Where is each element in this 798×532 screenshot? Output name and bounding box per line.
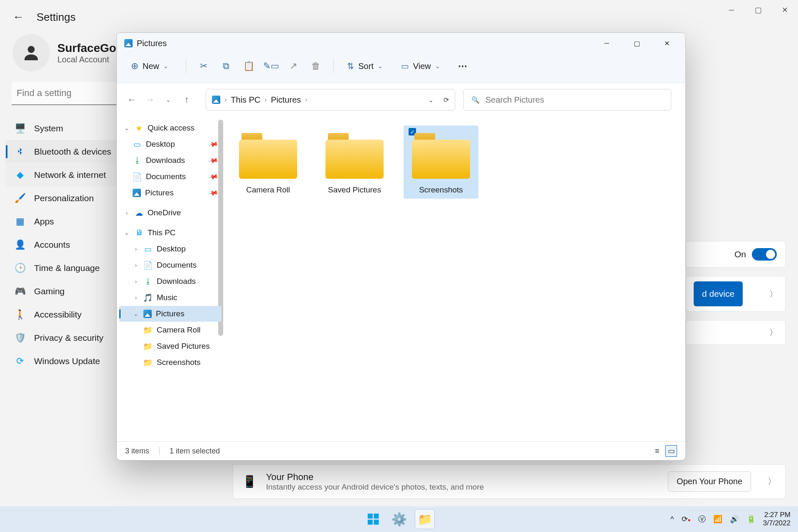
status-bar: 3 items 1 item selected ≡ ▭	[117, 441, 685, 460]
open-your-phone-button[interactable]: Open Your Phone	[668, 471, 751, 492]
scrollbar[interactable]	[218, 120, 223, 336]
right-panel: On d device 〉 〉	[686, 241, 786, 353]
explorer-window: Pictures ─ ▢ ✕ ⊕ New ⌄ ✂ ⧉ 📋 ✎▭ ↗ 🗑 ⇅ So…	[116, 32, 686, 461]
more-icon[interactable]: ⋯	[453, 57, 472, 75]
share-icon[interactable]: ↗	[284, 57, 303, 75]
pictures-icon	[124, 39, 133, 47]
rename-icon[interactable]: ✎▭	[262, 57, 280, 75]
nav-tree: ⌄★Quick access ▭Desktop📌 ⭳Downloads📌 📄Do…	[117, 116, 224, 441]
tree-pc-documents[interactable]: ›📄Documents	[119, 257, 222, 273]
folder-icon	[239, 133, 297, 179]
tree-downloads[interactable]: ⭳Downloads📌	[119, 153, 222, 168]
tree-quickaccess[interactable]: ⌄★Quick access	[119, 120, 222, 136]
system-tray[interactable]: ^ ⟳● ⓥ 📶 🔊 🔋 2:27 PM 3/7/2022	[670, 511, 791, 528]
large-view-icon[interactable]: ▭	[665, 445, 677, 457]
explorer-navbar: ← → ⌄ ↑ › This PC › Pictures › ⌄ ⟳ 🔍	[117, 83, 685, 116]
nav-back-icon[interactable]: ←	[124, 92, 139, 107]
nav-up-icon[interactable]: ↑	[179, 92, 194, 107]
explorer-toolbar: ⊕ New ⌄ ✂ ⧉ 📋 ✎▭ ↗ 🗑 ⇅ Sort ⌄ ▭ View ⌄ ⋯	[117, 54, 685, 83]
pin-icon: 📌	[207, 187, 219, 198]
start-button[interactable]	[363, 509, 383, 529]
tree-pc-downloads[interactable]: ›⭳Downloads	[119, 273, 222, 289]
plus-icon: ⊕	[131, 61, 138, 71]
sort-icon: ⇅	[347, 61, 354, 71]
tray-wifi-icon[interactable]: 📶	[713, 515, 722, 524]
tree-thispc[interactable]: ⌄🖥This PC	[119, 225, 222, 241]
status-items: 3 items	[125, 447, 149, 456]
taskbar-explorer[interactable]: 📁	[415, 509, 435, 529]
chevron-down-icon: ⌄	[378, 63, 387, 69]
tree-savedpictures[interactable]: 📁Saved Pictures	[119, 338, 222, 354]
cut-icon[interactable]: ✂	[195, 57, 213, 75]
folder-icon	[412, 133, 470, 179]
explorer-maximize-button[interactable]: ▢	[631, 38, 642, 49]
status-selected: 1 item selected	[170, 447, 220, 456]
chevron-down-icon: ⌄	[163, 63, 172, 69]
svg-rect-2	[374, 514, 379, 519]
folder-icon	[325, 133, 384, 179]
tree-pc-music[interactable]: ›🎵Music	[119, 290, 222, 305]
device-row-2[interactable]: 〉	[686, 320, 786, 345]
nav-forward-icon[interactable]: →	[143, 92, 158, 107]
tray-clock[interactable]: 2:27 PM 3/7/2022	[763, 511, 791, 528]
folder-cameraroll[interactable]: Camera Roll	[231, 126, 305, 199]
pin-icon: 📌	[207, 171, 219, 182]
add-device-button[interactable]: d device	[694, 281, 743, 306]
breadcrumb-thispc[interactable]: This PC	[231, 95, 260, 105]
view-button[interactable]: ▭ View ⌄	[396, 58, 449, 74]
address-bar[interactable]: › This PC › Pictures › ⌄ ⟳	[206, 89, 455, 111]
delete-icon[interactable]: 🗑	[307, 57, 325, 75]
nav-recent-icon[interactable]: ⌄	[161, 92, 176, 107]
tree-cameraroll[interactable]: 📁Camera Roll	[119, 322, 222, 338]
chevron-right-icon: 〉	[769, 288, 778, 300]
sort-button[interactable]: ⇅ Sort ⌄	[342, 58, 392, 74]
explorer-search[interactable]: 🔍	[463, 89, 671, 111]
tree-desktop[interactable]: ▭Desktop📌	[119, 136, 222, 152]
paste-icon[interactable]: 📋	[239, 57, 258, 75]
explorer-titlebar[interactable]: Pictures ─ ▢ ✕	[117, 33, 685, 54]
tree-pc-pictures[interactable]: ⌄Pictures	[119, 306, 222, 322]
copy-icon[interactable]: ⧉	[217, 57, 235, 75]
toggle-icon[interactable]	[752, 248, 777, 261]
new-button[interactable]: ⊕ New ⌄	[126, 57, 177, 75]
search-input[interactable]	[485, 95, 663, 105]
folder-savedpictures[interactable]: Saved Pictures	[317, 126, 392, 199]
pictures-icon	[212, 96, 220, 104]
user-name: SurfaceGo	[57, 42, 116, 55]
tray-volume-icon[interactable]: 🔊	[730, 515, 739, 524]
tree-pc-desktop[interactable]: ›▭Desktop	[119, 241, 222, 257]
tray-v-icon[interactable]: ⓥ	[698, 514, 706, 524]
explorer-minimize-button[interactable]: ─	[601, 38, 612, 49]
your-phone-row[interactable]: 📱 Your Phone Instantly access your Andro…	[233, 464, 786, 499]
svg-rect-1	[368, 514, 373, 519]
svg-point-0	[28, 46, 35, 53]
bluetooth-toggle-row[interactable]: On	[686, 241, 786, 268]
user-sub: Local Account	[57, 55, 116, 64]
add-device-row[interactable]: d device 〉	[686, 276, 786, 312]
details-view-icon[interactable]: ≡	[651, 445, 663, 457]
taskbar-settings[interactable]: ⚙️	[389, 509, 409, 529]
content-pane[interactable]: Camera Roll Saved Pictures Screenshots	[224, 116, 685, 441]
tray-sync-icon[interactable]: ⟳●	[682, 515, 691, 524]
your-phone-sub: Instantly access your Android device's p…	[266, 483, 484, 492]
your-phone-title: Your Phone	[266, 472, 484, 483]
tree-onedrive[interactable]: ›☁OneDrive	[119, 205, 222, 221]
back-arrow-icon[interactable]: ←	[12, 10, 24, 24]
tray-battery-icon[interactable]: 🔋	[746, 515, 756, 524]
tree-screenshots[interactable]: 📁Screenshots	[119, 355, 222, 370]
minimize-button[interactable]: ─	[718, 0, 745, 20]
svg-rect-4	[374, 520, 379, 525]
refresh-icon[interactable]: ⟳	[443, 96, 449, 104]
tray-chevron-icon[interactable]: ^	[670, 515, 674, 524]
maximize-button[interactable]: ▢	[745, 0, 771, 20]
settings-window-controls: ─ ▢ ✕	[718, 0, 798, 20]
tree-documents[interactable]: 📄Documents📌	[119, 169, 222, 185]
folder-screenshots[interactable]: Screenshots	[404, 126, 478, 199]
svg-rect-3	[368, 520, 373, 525]
chevron-down-icon[interactable]: ⌄	[428, 96, 433, 104]
breadcrumb-pictures[interactable]: Pictures	[271, 95, 301, 105]
chevron-down-icon: ⌄	[435, 63, 444, 69]
close-button[interactable]: ✕	[771, 0, 798, 20]
tree-pictures-qa[interactable]: Pictures📌	[119, 185, 222, 201]
explorer-close-button[interactable]: ✕	[661, 38, 672, 49]
